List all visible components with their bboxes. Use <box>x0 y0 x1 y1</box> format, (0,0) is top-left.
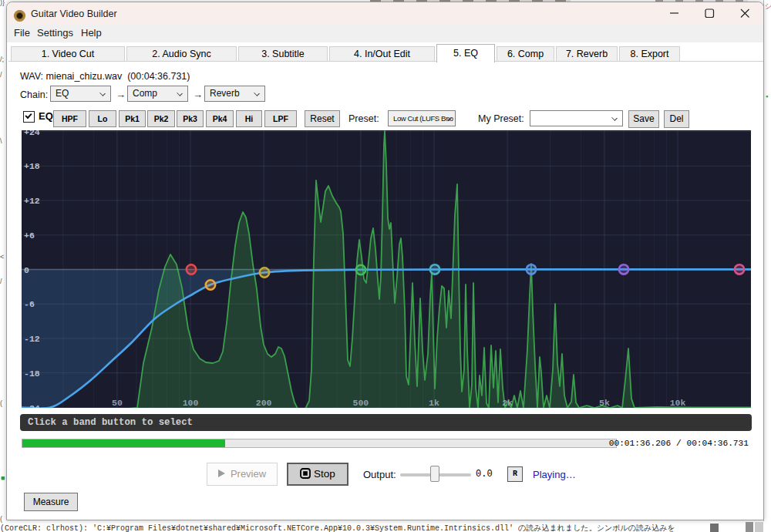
svg-text:+18: +18 <box>24 161 40 171</box>
svg-text:1k: 1k <box>429 398 439 408</box>
svg-text:+24: +24 <box>24 130 40 137</box>
svg-text:-18: -18 <box>24 369 40 379</box>
svg-text:50: 50 <box>112 398 123 408</box>
svg-text:5k: 5k <box>599 398 610 408</box>
svg-text:+6: +6 <box>24 231 35 241</box>
svg-text:10k: 10k <box>670 398 686 408</box>
svg-text:0: 0 <box>24 265 29 275</box>
svg-text:-6: -6 <box>24 299 35 309</box>
svg-text:100: 100 <box>183 398 199 408</box>
svg-text:-12: -12 <box>24 334 40 344</box>
svg-text:200: 200 <box>256 398 272 408</box>
svg-text:500: 500 <box>353 398 369 408</box>
svg-text:2k: 2k <box>502 398 513 408</box>
svg-text:-24: -24 <box>24 403 40 409</box>
svg-text:+12: +12 <box>24 196 40 206</box>
